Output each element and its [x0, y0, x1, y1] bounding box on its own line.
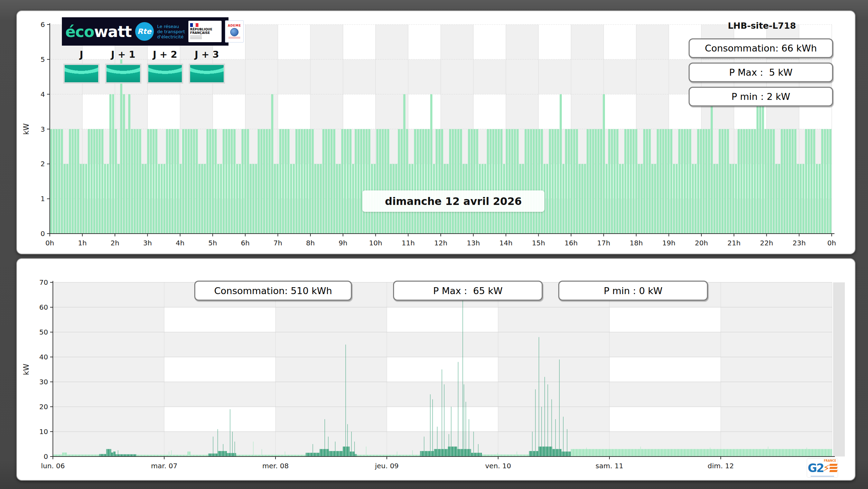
svg-text:40: 40 [39, 353, 48, 361]
svg-text:mar. 07: mar. 07 [151, 462, 177, 470]
svg-text:17h: 17h [597, 239, 610, 247]
ademe-logo: ADEME [225, 20, 244, 43]
svg-text:kW: kW [22, 364, 30, 375]
weekly-panel: 010203040506070lun. 06mar. 07mer. 08jeu.… [16, 258, 856, 481]
g2e-logo-e [830, 464, 837, 472]
daily-consumption-stat: Consommation: 66 kWh [689, 38, 833, 58]
svg-text:19h: 19h [662, 239, 675, 247]
svg-text:14h: 14h [499, 239, 512, 247]
g2e-logo-text: G2 [808, 461, 823, 475]
republique-line: RÉPUBLIQUE [190, 28, 220, 31]
svg-text:0h: 0h [827, 239, 836, 247]
ademe-label: ADEME [228, 24, 241, 27]
svg-text:4h: 4h [176, 239, 184, 247]
ecowatt-gauge-j-icon[interactable] [63, 64, 100, 84]
svg-text:20: 20 [39, 403, 48, 411]
french-flag-icon [190, 23, 198, 27]
ecowatt-logo: écowatt [65, 23, 132, 40]
svg-text:7h: 7h [273, 239, 282, 247]
svg-text:23h: 23h [793, 239, 806, 247]
svg-text:lun. 06: lun. 06 [41, 462, 65, 470]
svg-text:8h: 8h [306, 239, 315, 247]
francaise-line: FRANÇAISE [190, 31, 220, 35]
svg-text:dim. 12: dim. 12 [708, 462, 734, 470]
day-j1-label[interactable]: J + 1 [104, 48, 143, 62]
republique-francaise-logo: RÉPUBLIQUE FRANÇAISE [188, 21, 222, 42]
svg-text:6h: 6h [241, 239, 250, 247]
weekly-pmin-stat: P min : 0 kW [558, 281, 708, 301]
rte-tagline: Le réseau de transport d'électricité [157, 24, 185, 39]
day-selector-j[interactable]: J [62, 48, 101, 84]
rte-tagline-line: de transport [157, 29, 185, 34]
svg-text:10h: 10h [369, 239, 382, 247]
rte-tagline-line: Le réseau [157, 24, 185, 29]
weekly-consumption-stat: Consommation: 510 kWh [194, 281, 352, 301]
svg-text:12h: 12h [434, 239, 447, 247]
svg-text:3h: 3h [143, 239, 152, 247]
g2e-tagline [811, 476, 834, 477]
ecowatt-gauge-j2-icon[interactable] [147, 64, 183, 84]
svg-text:2: 2 [40, 160, 45, 168]
daily-pmin-stat: P min : 2 kW [689, 87, 833, 106]
svg-text:9h: 9h [339, 239, 347, 247]
svg-text:18h: 18h [629, 239, 643, 247]
ecowatt-logo-watt: watt [94, 23, 131, 40]
svg-text:jeu. 09: jeu. 09 [375, 462, 399, 470]
day-j2-label[interactable]: J + 2 [146, 48, 185, 62]
svg-text:1: 1 [40, 195, 45, 203]
ecowatt-banner: écowatt Rte Le réseau de transport d'éle… [62, 17, 228, 46]
svg-text:2h: 2h [111, 239, 119, 247]
svg-text:21h: 21h [727, 239, 740, 247]
ecowatt-gauge-j3-icon[interactable] [189, 64, 225, 84]
ecowatt-dashboard: { "banner": { "brand_eco": "éco", "brand… [0, 0, 868, 489]
svg-text:kW: kW [22, 123, 30, 135]
svg-text:4: 4 [40, 90, 45, 98]
svg-text:50: 50 [39, 328, 48, 336]
svg-text:1h: 1h [78, 239, 87, 247]
svg-text:3: 3 [40, 125, 45, 133]
ademe-globe-icon [230, 28, 239, 36]
svg-text:5h: 5h [208, 239, 217, 247]
svg-text:11h: 11h [402, 239, 415, 247]
svg-text:30: 30 [39, 378, 48, 386]
svg-text:6: 6 [40, 20, 45, 29]
g2e-france-logo: G2 ⚡ FRANCE [807, 459, 838, 477]
svg-text:0: 0 [40, 229, 45, 238]
svg-text:5: 5 [40, 55, 45, 64]
ecowatt-gauge-j1-icon[interactable] [105, 64, 141, 84]
g2e-france-text: FRANCE [824, 459, 836, 462]
ademe-subtext [228, 37, 240, 39]
svg-text:mer. 08: mer. 08 [262, 462, 289, 470]
svg-text:70: 70 [39, 278, 48, 286]
svg-text:0: 0 [44, 452, 48, 461]
svg-text:ven. 10: ven. 10 [485, 462, 511, 470]
day-selector-j1[interactable]: J + 1 [104, 48, 143, 84]
day-j-label[interactable]: J [62, 48, 101, 62]
svg-text:16h: 16h [564, 239, 578, 247]
motto-lines [190, 36, 220, 40]
daily-panel: 01234560h1h2h3h4h5h6h7h8h9h10h11h12h13h1… [16, 10, 856, 254]
svg-text:10: 10 [39, 427, 48, 436]
svg-text:15h: 15h [532, 239, 545, 247]
svg-text:sam. 11: sam. 11 [596, 462, 623, 470]
svg-text:20h: 20h [695, 239, 708, 247]
daily-pmax-stat: P Max : 5 kW [689, 63, 833, 82]
day-selector-j3[interactable]: J + 3 [187, 48, 226, 84]
day-j3-label[interactable]: J + 3 [187, 48, 226, 62]
rte-logo-icon: Rte [135, 22, 154, 41]
svg-text:60: 60 [39, 303, 48, 311]
site-title: LHB-site-L718 [708, 21, 815, 31]
weekly-pmax-stat: P Max : 65 kW [393, 281, 543, 301]
date-label: dimanche 12 avril 2026 [362, 190, 544, 212]
svg-text:13h: 13h [467, 239, 480, 247]
svg-text:22h: 22h [760, 239, 773, 247]
day-selector-j2[interactable]: J + 2 [146, 48, 185, 84]
svg-text:0h: 0h [45, 239, 54, 247]
rte-tagline-line: d'électricité [157, 34, 185, 39]
ecowatt-logo-eco: éco [65, 23, 94, 40]
